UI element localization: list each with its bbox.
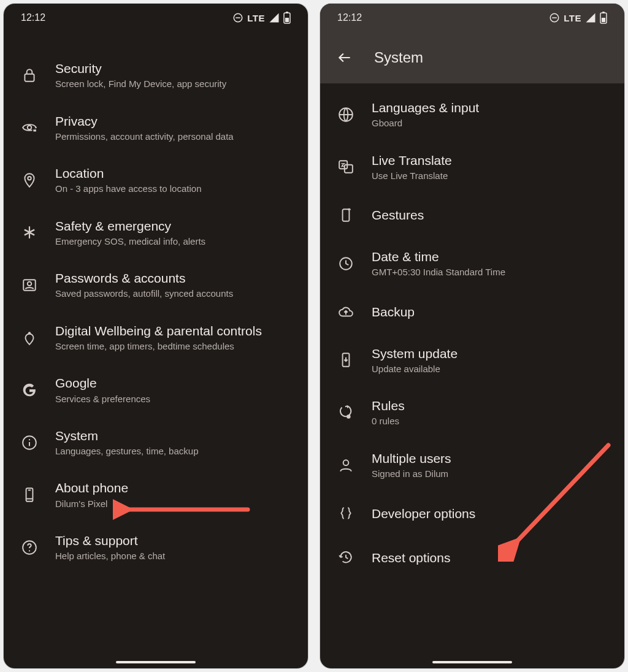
location-pin-icon xyxy=(15,172,44,188)
item-languages-input[interactable]: Languages & input Gboard xyxy=(320,88,624,141)
network-type: LTE xyxy=(247,13,265,23)
item-subtitle: Services & preferences xyxy=(55,393,296,405)
item-system[interactable]: System Languages, gestures, time, backup xyxy=(4,416,308,469)
item-subtitle: Emergency SOS, medical info, alerts xyxy=(55,235,296,248)
do-not-disturb-icon xyxy=(549,12,560,23)
phone-settings-main: 12:12 LTE Security Screen lock, Find My … xyxy=(4,4,308,668)
item-subtitle: Dilum's Pixel xyxy=(55,498,296,510)
restore-icon xyxy=(331,549,361,565)
item-title: Developer options xyxy=(372,505,612,522)
item-title: System update xyxy=(372,345,612,362)
item-subtitle: Use Live Translate xyxy=(372,170,612,182)
svg-rect-24 xyxy=(602,12,605,13)
clock-icon xyxy=(331,256,361,272)
svg-point-8 xyxy=(28,177,31,180)
item-tips-support[interactable]: Tips & support Help articles, phone & ch… xyxy=(4,521,308,574)
item-reset-options[interactable]: Reset options xyxy=(320,535,624,579)
item-title: Safety & emergency xyxy=(55,218,296,234)
braces-icon xyxy=(331,505,361,521)
item-title: Passwords & accounts xyxy=(55,270,296,286)
item-location[interactable]: Location On - 3 apps have access to loca… xyxy=(4,154,308,207)
page-title: System xyxy=(374,49,423,66)
item-live-translate[interactable]: Live Translate Use Live Translate xyxy=(320,141,624,194)
item-subtitle: Saved passwords, autofill, synced accoun… xyxy=(55,288,296,300)
help-icon xyxy=(15,540,44,556)
battery-icon xyxy=(283,12,291,24)
item-title: Google xyxy=(55,375,296,391)
item-safety-emergency[interactable]: Safety & emergency Emergency SOS, medica… xyxy=(4,207,308,259)
item-privacy[interactable]: Privacy Permissions, account activity, p… xyxy=(4,102,308,155)
cloud-upload-icon xyxy=(331,304,361,320)
item-title: Location xyxy=(55,165,296,181)
item-subtitle: On - 3 apps have access to location xyxy=(55,183,296,195)
system-update-icon xyxy=(331,352,361,368)
asterisk-icon xyxy=(15,224,44,240)
item-title: Digital Wellbeing & parental controls xyxy=(55,323,296,339)
item-subtitle: GMT+05:30 India Standard Time xyxy=(372,266,612,278)
translate-icon xyxy=(331,159,361,175)
page-header: 12:12 LTE System xyxy=(320,4,624,83)
item-backup[interactable]: Backup xyxy=(320,290,624,334)
svg-point-19 xyxy=(29,550,30,551)
signal-icon xyxy=(269,12,280,23)
item-subtitle: Gboard xyxy=(372,117,612,129)
svg-rect-25 xyxy=(602,18,605,22)
item-title: Date & time xyxy=(372,248,612,265)
account-box-icon xyxy=(15,277,44,293)
item-subtitle: Signed in as Dilum xyxy=(372,468,612,480)
item-date-time[interactable]: Date & time GMT+05:30 India Standard Tim… xyxy=(320,237,624,290)
gesture-nav-bar[interactable] xyxy=(4,661,308,663)
svg-rect-3 xyxy=(286,12,288,13)
item-title: Gestures xyxy=(372,207,612,223)
item-system-update[interactable]: System update Update available xyxy=(320,334,624,387)
item-rules[interactable]: Rules 0 rules xyxy=(320,386,624,439)
item-developer-options[interactable]: Developer options xyxy=(320,491,624,535)
svg-rect-4 xyxy=(285,18,289,22)
item-title: Rules xyxy=(372,397,612,414)
do-not-disturb-icon xyxy=(232,12,243,23)
item-about-phone[interactable]: About phone Dilum's Pixel xyxy=(4,468,308,521)
item-subtitle: 0 rules xyxy=(372,415,612,427)
item-subtitle: Help articles, phone & chat xyxy=(55,550,296,562)
gesture-nav-bar[interactable] xyxy=(320,661,624,663)
phone-device-icon xyxy=(15,487,44,503)
item-title: System xyxy=(55,427,296,444)
item-title: Languages & input xyxy=(372,99,612,116)
item-title: Tips & support xyxy=(55,532,296,549)
gesture-phone-icon xyxy=(331,207,361,223)
svg-point-32 xyxy=(347,414,351,419)
item-subtitle: Screen lock, Find My Device, app securit… xyxy=(55,78,296,90)
item-title: Privacy xyxy=(55,113,296,129)
eye-lock-icon xyxy=(15,120,44,136)
svg-rect-29 xyxy=(343,209,350,221)
item-multiple-users[interactable]: Multiple users Signed in as Dilum xyxy=(320,439,624,492)
phone-settings-system: 12:12 LTE System Languages & input Gboar… xyxy=(320,4,624,668)
svg-point-14 xyxy=(29,439,30,440)
globe-icon xyxy=(331,107,361,123)
item-digital-wellbeing[interactable]: Digital Wellbeing & parental controls Sc… xyxy=(4,311,308,364)
status-bar: 12:12 LTE xyxy=(320,4,624,32)
item-title: Reset options xyxy=(372,549,612,566)
svg-point-33 xyxy=(343,460,349,465)
item-subtitle: Languages, gestures, time, backup xyxy=(55,445,296,457)
settings-list: Security Screen lock, Find My Device, ap… xyxy=(4,32,308,592)
item-title: About phone xyxy=(55,479,296,496)
item-google[interactable]: Google Services & preferences xyxy=(4,364,308,416)
item-title: Security xyxy=(55,60,296,77)
lock-icon xyxy=(15,67,44,83)
network-type: LTE xyxy=(564,13,581,23)
back-button[interactable] xyxy=(332,45,357,70)
item-title: Live Translate xyxy=(372,152,612,169)
status-indicators: LTE xyxy=(549,12,607,24)
item-title: Multiple users xyxy=(372,450,612,467)
item-subtitle: Permissions, account activity, personal … xyxy=(55,131,296,143)
item-subtitle: Update available xyxy=(372,363,612,375)
wellbeing-icon xyxy=(15,330,44,346)
svg-point-6 xyxy=(28,126,32,130)
person-icon xyxy=(331,457,361,473)
item-passwords-accounts[interactable]: Passwords & accounts Saved passwords, au… xyxy=(4,259,308,311)
item-security[interactable]: Security Screen lock, Find My Device, ap… xyxy=(4,49,308,102)
item-gestures[interactable]: Gestures xyxy=(320,193,624,237)
signal-icon xyxy=(585,12,596,23)
status-indicators: LTE xyxy=(232,12,291,24)
